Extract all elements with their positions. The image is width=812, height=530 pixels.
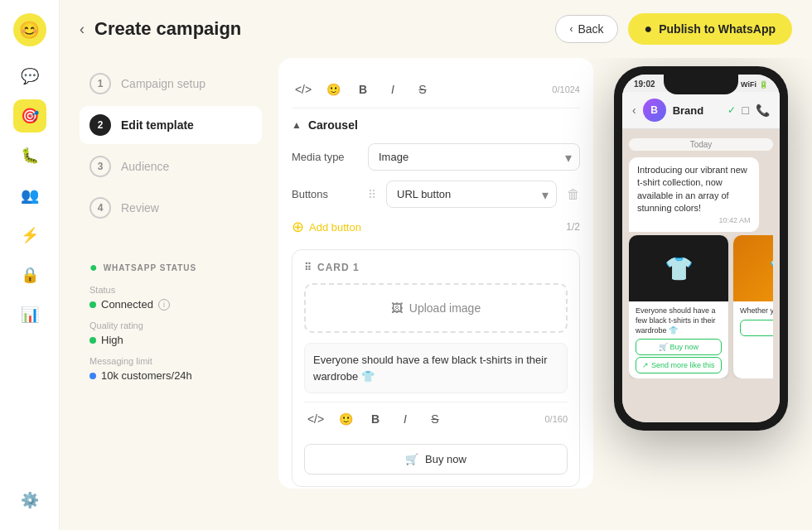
limit-row: Messaging limit 10k customers/24h [89,356,252,382]
card-text-input[interactable]: Everyone should have a few black t-shirt… [304,343,568,393]
card-2-btn[interactable]: ↗ S... [740,320,773,336]
step-3-label: Audience [121,160,169,173]
chat-date-label: Today [629,136,773,157]
phone-brand-name: Brand [673,104,721,117]
card-char-count: 0/160 [544,414,568,424]
bold-button[interactable]: B [351,78,375,101]
button-type-select-wrapper: URL button Call button ▾ [386,181,557,208]
step-4-number: 4 [89,197,111,219]
card-bold-button[interactable]: B [364,407,387,431]
sidebar-icon-settings[interactable]: ⚙️ [13,484,46,517]
sidebar-icon-campaigns[interactable]: 🎯 [13,99,46,132]
drag-icon[interactable]: ⠿ [368,188,376,201]
status-connected-value: Connected i [89,298,252,311]
emoji-button[interactable]: 🙂 [321,78,345,101]
step-3[interactable]: 3 Audience [80,147,262,186]
whatsapp-status-label: ● WHATSAPP STATUS [89,260,252,275]
code-button[interactable]: </> [292,78,315,101]
add-button-plus-icon: ⊕ [292,218,304,236]
editor-panel: </> 🙂 B I S 0/1024 ▲ Carousel Media type… [278,58,593,489]
media-type-select[interactable]: Image Video [368,143,580,171]
back-button[interactable]: ‹ Back [555,15,617,43]
card-2-image: 👕 [733,235,773,301]
sidebar-icon-audience[interactable]: 👥 [13,179,46,212]
media-type-label: Media type [292,151,358,163]
page-title: Create campaign [94,18,241,40]
media-type-row: Media type Image Video ▾ [292,143,580,171]
publish-button[interactable]: ● Publish to WhatsApp [628,13,792,45]
status-row-connected: Status Connected i [89,285,252,311]
card-strikethrough-button[interactable]: S [423,407,447,431]
buttons-label: Buttons [292,188,358,200]
add-button-link[interactable]: ⊕ Add button [292,218,361,236]
step-2-number: 2 [89,114,111,136]
media-type-select-wrapper: Image Video ▾ [368,143,580,171]
card-1-send-btn[interactable]: ↗ Send more like this [636,357,722,373]
upload-image-area[interactable]: 🖼 Upload image [304,283,568,333]
header-left: ‹ Create campaign [80,18,241,40]
buttons-row-field: Buttons ⠿ URL button Call button ▾ 🗑 [292,181,580,208]
breadcrumb-back-icon[interactable]: ‹ [80,21,85,38]
back-chevron-icon: ‹ [569,23,573,35]
phone-frame: 19:02 ▌▌▌ WiFi 🔋 ‹ B Brand ✓ [614,66,788,431]
card-1-buy-btn[interactable]: 🛒 Buy now [636,339,722,355]
orange-shirt-icon: 👕 [769,255,774,282]
italic-button[interactable]: I [381,78,404,101]
button-count: 1/2 [566,221,580,233]
header-right: ‹ Back ● Publish to WhatsApp [555,13,792,45]
quality-dot-icon [89,337,96,344]
chat-message-bubble: Introducing our vibrant new t-shirt coll… [629,157,759,232]
top-toolbar: </> 🙂 B I S 0/1024 [292,71,580,108]
card-1-text: Everyone should have a few black t-shirt… [636,306,722,335]
carousel-card-2: 👕 Whether y... neutral, wi... ↗ S... [733,235,773,378]
carousel-card-1: 👕 Everyone should have a few black t-shi… [629,235,728,378]
card-italic-button[interactable]: I [394,407,417,431]
quality-value: High [89,334,252,346]
phone-preview: 19:02 ▌▌▌ WiFi 🔋 ‹ B Brand ✓ [610,58,792,517]
wifi-icon: WiFi [741,80,756,89]
sidebar-icon-bugs[interactable]: 🐛 [13,139,46,172]
quality-row: Quality rating High [89,320,252,346]
sidebar-icon-chat[interactable]: 💬 [13,60,46,93]
delete-button-icon[interactable]: 🗑 [567,187,580,202]
upload-icon: 🖼 [391,301,403,315]
sidebar: 😊 💬 🎯 🐛 👥 ⚡ 🔒 📊 ⚙️ [0,0,60,530]
app-logo[interactable]: 😊 [13,13,46,46]
phone-back-icon[interactable]: ‹ [632,104,636,117]
connected-dot-icon [89,301,96,308]
video-call-icon[interactable]: □ [742,104,749,117]
button-type-select[interactable]: URL button Call button [386,181,557,208]
step-1-number: 1 [89,73,111,94]
card-2-body: Whether y... neutral, wi... ↗ S... [733,301,773,343]
card-code-button[interactable]: </> [304,407,327,431]
sidebar-icon-security[interactable]: 🔒 [13,258,46,292]
step-4[interactable]: 4 Review [80,189,262,227]
content-area: 1 Campaign setup 2 Edit template 3 Audie… [60,58,812,530]
buy-now-icon: 🛒 [405,453,418,465]
strikethrough-button[interactable]: S [411,78,434,101]
page-header: ‹ Create campaign ‹ Back ● Publish to Wh… [60,0,812,58]
phone-chat-header: ‹ B Brand ✓ □ 📞 [622,92,780,129]
whatsapp-icon: ● [645,22,653,36]
limit-dot-icon [89,373,96,379]
card-emoji-button[interactable]: 🙂 [334,407,357,431]
carousel-section-header: ▲ Carousel [292,118,580,132]
step-3-number: 3 [89,156,111,177]
card-drag-icon[interactable]: ⠿ [304,262,312,273]
phone-avatar: B [643,99,666,122]
step-2[interactable]: 2 Edit template [80,106,262,144]
step-1-label: Campaign setup [121,77,205,90]
card-1-image: 👕 [629,235,728,301]
phone-call-icon[interactable]: 📞 [756,104,770,117]
step-1[interactable]: 1 Campaign setup [80,65,262,103]
step-4-label: Review [121,201,159,214]
sidebar-icon-analytics[interactable]: 📊 [13,298,46,331]
info-icon[interactable]: i [158,299,170,311]
phone-time: 19:02 [634,80,655,89]
main-content: ‹ Create campaign ‹ Back ● Publish to Wh… [60,0,812,530]
carousel-chevron-icon[interactable]: ▲ [292,119,302,131]
phone-chat-body: Today Introducing our vibrant new t-shir… [622,129,780,422]
sidebar-icon-automation[interactable]: ⚡ [13,219,46,252]
whatsapp-status-section: ● WHATSAPP STATUS Status Connected i Qua… [80,250,262,402]
buy-now-button[interactable]: 🛒 Buy now [304,444,568,475]
